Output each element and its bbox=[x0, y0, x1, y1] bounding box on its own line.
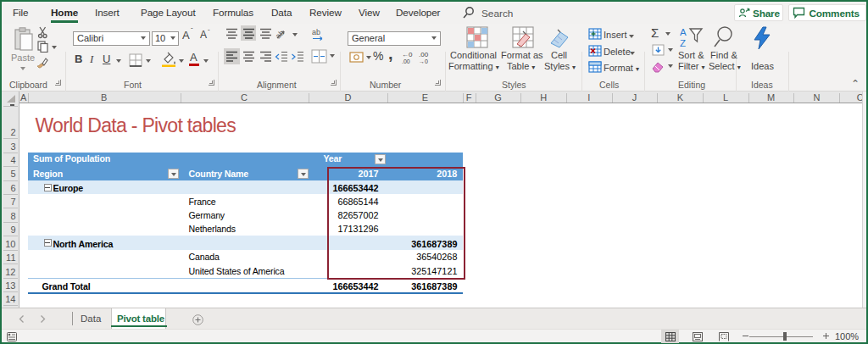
svg-text:→0: →0 bbox=[419, 58, 428, 64]
svg-text:Z: Z bbox=[680, 38, 686, 48]
svg-text:ab: ab bbox=[312, 28, 320, 36]
svg-text:ab: ab bbox=[275, 29, 286, 41]
svg-text:.00: .00 bbox=[402, 58, 410, 64]
svg-text:A: A bbox=[680, 27, 687, 37]
